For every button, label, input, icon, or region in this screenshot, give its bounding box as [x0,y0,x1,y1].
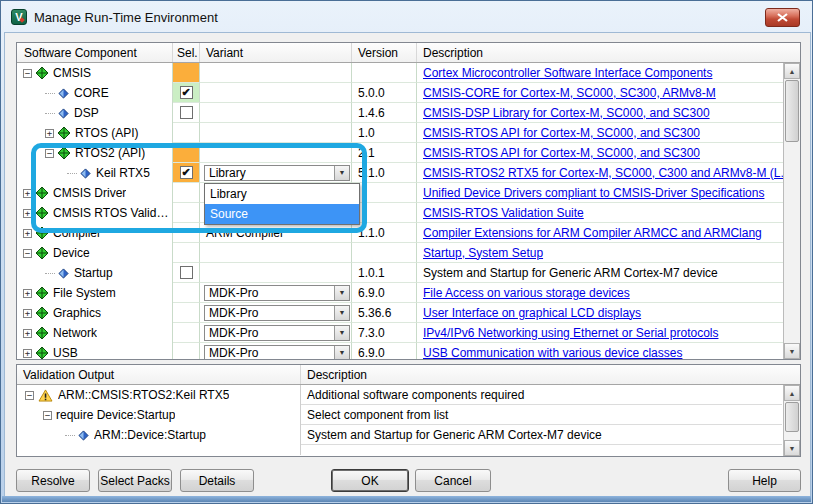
sel-cell [173,283,200,303]
collapse-icon[interactable]: − [23,69,32,78]
validation-panel: Validation Output Description −ARM::CMSI… [16,364,801,457]
chevron-down-icon[interactable]: ▼ [334,346,349,360]
window-title: Manage Run-Time Environment [34,10,218,25]
green-diamond-icon [36,307,48,319]
variant-cell: Library▼ [200,163,352,183]
expand-icon[interactable]: + [45,129,54,138]
validation-item: −ARM::CMSIS:RTOS2:Keil RTX5 [17,385,300,405]
variant-cell [200,243,352,263]
dropdown-option[interactable]: Library [205,184,359,204]
collapse-icon[interactable]: − [45,149,54,158]
validation-item: ARM::Device:Startup [17,425,300,445]
description-link[interactable]: CMSIS-RTOS Validation Suite [423,206,584,220]
table-row: −RTOS2 (API)2.1CMSIS-RTOS API for Cortex… [17,143,783,163]
select-checkbox[interactable]: ✔ [180,86,193,99]
component-cell: Startup [17,263,173,283]
scroll-thumb[interactable] [785,402,799,432]
table-row: −CMSISCortex Microcontroller Software In… [17,63,783,83]
variant-select[interactable]: MDK-Pro▼ [204,345,350,360]
description-link[interactable]: Startup, System Setup [423,246,543,260]
version-value: 1.0.1 [352,263,417,283]
variant-select[interactable]: MDK-Pro▼ [204,305,350,321]
sel-cell [173,203,200,223]
expand-icon[interactable]: + [23,309,32,318]
scroll-up-button[interactable]: ▲ [784,63,800,79]
validation-row: ARM::Device:StartupSystem and Startup fo… [17,425,800,445]
details-button[interactable]: Details [180,469,254,492]
chevron-down-icon[interactable]: ▼ [334,286,349,300]
select-packs-button[interactable]: Select Packs [98,469,172,492]
scroll-down-button[interactable]: ▼ [784,440,800,456]
sel-cell [173,243,200,263]
validation-scrollbar[interactable]: ▲ ▼ [783,385,800,456]
sel-cell [173,323,200,343]
titlebar[interactable]: V Manage Run-Time Environment [2,2,811,32]
variant-value: MDK-Pro [205,326,334,340]
description-link[interactable]: CMSIS-RTOS API for Cortex-M, SC000, and … [423,146,700,160]
validation-description: Additional software components required [300,385,782,405]
blue-diamond-icon [58,88,69,99]
description-link[interactable]: CMSIS-DSP Library for Cortex-M, SC000, a… [423,106,710,120]
description-link[interactable]: Cortex Microcontroller Software Interfac… [423,66,712,80]
expand-icon[interactable]: + [23,329,32,338]
chevron-down-icon[interactable]: ▼ [334,326,349,340]
description-link[interactable]: CMSIS-RTOS2 RTX5 for Cortex-M, SC000, C3… [423,166,783,180]
variant-value: ARM Compiler [200,226,284,240]
collapse-icon[interactable]: − [25,391,34,400]
expand-icon[interactable]: + [23,209,32,218]
scroll-thumb[interactable] [785,80,799,142]
help-button[interactable]: Help [728,469,801,492]
blue-diamond-icon [80,168,91,179]
chevron-down-icon[interactable]: ▼ [334,166,349,180]
cancel-button[interactable]: Cancel [415,469,491,492]
description-link[interactable]: CMSIS-CORE for Cortex-M, SC000, SC300, A… [423,86,716,100]
expand-icon[interactable]: + [23,289,32,298]
green-diamond-icon [36,327,48,339]
version-value: 1.4.6 [352,103,417,123]
expand-icon[interactable]: + [23,349,32,358]
col-header-validation-output: Validation Output [17,365,300,384]
description-link[interactable]: File Access on various storage devices [423,286,630,300]
description-cell: IPv4/IPv6 Networking using Ethernet or S… [417,323,783,343]
component-label: Compiler [53,226,101,240]
scroll-up-button[interactable]: ▲ [784,385,800,401]
sel-cell [173,303,200,323]
validation-label: ARM::CMSIS:RTOS2:Keil RTX5 [58,388,229,402]
scroll-down-button[interactable]: ▼ [784,343,800,359]
description-link[interactable]: USB Communication with various device cl… [423,346,682,360]
close-x-icon [777,13,788,22]
variant-select[interactable]: MDK-Pro▼ [204,325,350,341]
description-link[interactable]: CMSIS-RTOS API for Cortex-M, SC000, and … [423,126,700,140]
component-cell: −Device [17,243,173,263]
green-diamond-icon [36,187,48,199]
select-checkbox[interactable] [180,106,193,119]
chevron-down-icon[interactable]: ▼ [334,306,349,320]
description-link[interactable]: IPv4/IPv6 Networking using Ethernet or S… [423,326,718,340]
resolve-button[interactable]: Resolve [16,469,90,492]
description-link[interactable]: Unified Device Drivers compliant to CMSI… [423,186,764,200]
window-frame: V Manage Run-Time Environment Software C… [0,0,813,504]
version-value: 1.0 [352,123,417,143]
select-checkbox[interactable] [180,266,193,279]
close-button[interactable] [765,8,800,27]
collapse-icon[interactable]: − [43,411,52,420]
select-checkbox[interactable]: ✔ [180,166,193,179]
table-row: CORE✔5.0.0CMSIS-CORE for Cortex-M, SC000… [17,83,783,103]
table-scrollbar[interactable]: ▲ ▼ [783,63,800,359]
variant-select[interactable]: Library▼ [204,165,350,181]
ok-button[interactable]: OK [331,469,409,492]
col-header-description: Description [417,43,800,62]
expand-icon[interactable]: + [23,189,32,198]
validation-label: require Device:Startup [56,408,175,422]
variant-cell: MDK-Pro▼ [200,323,352,343]
component-cell: −CMSIS [17,63,173,83]
description-link[interactable]: User Interface on graphical LCD displays [423,306,641,320]
expand-icon[interactable]: + [23,229,32,238]
variant-select[interactable]: MDK-Pro▼ [204,285,350,301]
component-cell: +USB [17,343,173,359]
description-link[interactable]: Compiler Extensions for ARM Compiler ARM… [423,226,762,240]
collapse-icon[interactable]: − [23,249,32,258]
validation-row: −require Device:StartupSelect component … [17,405,800,425]
table-row: +GraphicsMDK-Pro▼5.36.6User Interface on… [17,303,783,323]
dropdown-option[interactable]: Source [205,204,359,224]
